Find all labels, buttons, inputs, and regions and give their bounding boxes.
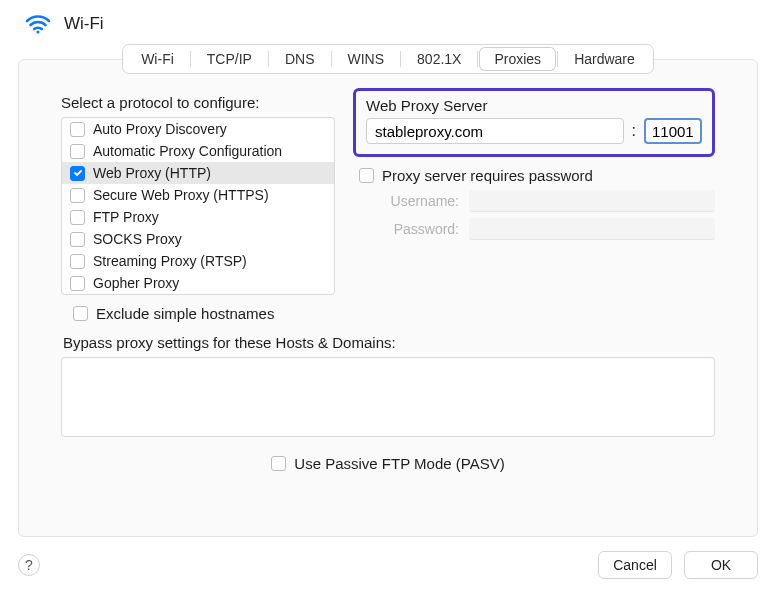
- tab-separator: [331, 51, 332, 67]
- tab-separator: [268, 51, 269, 67]
- checkbox[interactable]: [70, 188, 85, 203]
- protocol-item-streaming-proxy[interactable]: Streaming Proxy (RTSP): [62, 250, 334, 272]
- server-heading: Web Proxy Server: [366, 97, 702, 114]
- tabs-container: Wi-Fi TCP/IP DNS WINS 802.1X Proxies Har…: [18, 44, 758, 74]
- tab-hardware[interactable]: Hardware: [560, 48, 649, 70]
- checkbox[interactable]: [70, 122, 85, 137]
- pasv-row[interactable]: Use Passive FTP Mode (PASV): [61, 455, 715, 472]
- protocol-item-label: Web Proxy (HTTP): [93, 165, 211, 181]
- protocol-item-label: Secure Web Proxy (HTTPS): [93, 187, 269, 203]
- tab-tcpip[interactable]: TCP/IP: [193, 48, 266, 70]
- proxies-panel: Select a protocol to configure: Auto Pro…: [18, 59, 758, 537]
- tab-separator: [400, 51, 401, 67]
- network-proxies-window: Wi-Fi Wi-Fi TCP/IP DNS WINS 802.1X Proxi…: [0, 0, 776, 593]
- protocol-item-auto-discovery[interactable]: Auto Proxy Discovery: [62, 118, 334, 140]
- tab-wifi[interactable]: Wi-Fi: [127, 48, 188, 70]
- checkbox[interactable]: [70, 144, 85, 159]
- host-port-separator: :: [630, 122, 638, 140]
- password-label: Password:: [353, 221, 459, 237]
- wifi-icon: [24, 12, 52, 36]
- help-button[interactable]: ?: [18, 554, 40, 576]
- bypass-label: Bypass proxy settings for these Hosts & …: [63, 334, 715, 351]
- tab-proxies[interactable]: Proxies: [480, 48, 555, 70]
- pasv-checkbox[interactable]: [271, 456, 286, 471]
- titlebar: Wi-Fi: [18, 10, 758, 44]
- protocol-item-label: Automatic Proxy Configuration: [93, 143, 282, 159]
- checkbox[interactable]: [70, 232, 85, 247]
- pasv-label: Use Passive FTP Mode (PASV): [294, 455, 504, 472]
- tab-separator: [190, 51, 191, 67]
- tab-separator: [477, 51, 478, 67]
- tab-wins[interactable]: WINS: [334, 48, 399, 70]
- svg-point-0: [36, 30, 39, 33]
- tab-dns[interactable]: DNS: [271, 48, 329, 70]
- requires-password-checkbox[interactable]: [359, 168, 374, 183]
- checkbox[interactable]: [70, 276, 85, 291]
- password-input: [469, 218, 715, 240]
- exclude-hostnames-label: Exclude simple hostnames: [96, 305, 274, 322]
- tabs: Wi-Fi TCP/IP DNS WINS 802.1X Proxies Har…: [122, 44, 654, 74]
- username-input: [469, 190, 715, 212]
- tab-separator: [557, 51, 558, 67]
- protocol-list[interactable]: Auto Proxy Discovery Automatic Proxy Con…: [61, 117, 335, 295]
- checkbox[interactable]: [70, 166, 85, 181]
- server-highlight-frame: Web Proxy Server :: [353, 88, 715, 157]
- bypass-textarea[interactable]: [61, 357, 715, 437]
- protocol-item-label: SOCKS Proxy: [93, 231, 182, 247]
- protocol-item-gopher-proxy[interactable]: Gopher Proxy: [62, 272, 334, 294]
- username-label: Username:: [353, 193, 459, 209]
- protocol-item-socks-proxy[interactable]: SOCKS Proxy: [62, 228, 334, 250]
- protocol-item-label: Gopher Proxy: [93, 275, 179, 291]
- protocol-item-secure-web-proxy[interactable]: Secure Web Proxy (HTTPS): [62, 184, 334, 206]
- window-title: Wi-Fi: [64, 14, 104, 34]
- exclude-hostnames-checkbox[interactable]: [73, 306, 88, 321]
- ok-button[interactable]: OK: [684, 551, 758, 579]
- exclude-hostnames-row[interactable]: Exclude simple hostnames: [73, 305, 715, 322]
- requires-password-row[interactable]: Proxy server requires password: [359, 167, 715, 184]
- protocol-item-label: FTP Proxy: [93, 209, 159, 225]
- requires-password-label: Proxy server requires password: [382, 167, 593, 184]
- protocol-label: Select a protocol to configure:: [61, 94, 335, 111]
- protocol-item-label: Auto Proxy Discovery: [93, 121, 227, 137]
- cancel-button[interactable]: Cancel: [598, 551, 672, 579]
- checkbox[interactable]: [70, 254, 85, 269]
- tab-8021x[interactable]: 802.1X: [403, 48, 475, 70]
- proxy-host-input[interactable]: [366, 118, 624, 144]
- footer: ? Cancel OK: [18, 551, 758, 579]
- proxy-port-input[interactable]: [644, 118, 702, 144]
- protocol-item-auto-config[interactable]: Automatic Proxy Configuration: [62, 140, 334, 162]
- protocol-item-web-proxy[interactable]: Web Proxy (HTTP): [62, 162, 334, 184]
- protocol-item-label: Streaming Proxy (RTSP): [93, 253, 247, 269]
- checkbox[interactable]: [70, 210, 85, 225]
- protocol-item-ftp-proxy[interactable]: FTP Proxy: [62, 206, 334, 228]
